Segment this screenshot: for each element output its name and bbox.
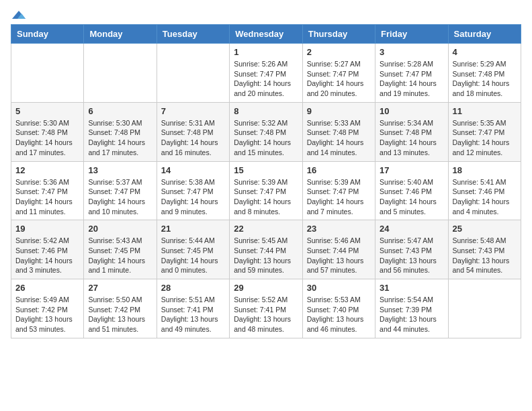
day-info: Sunrise: 5:28 AMSunset: 7:47 PMDaylight:… [380,59,443,99]
calendar-cell: 20Sunrise: 5:43 AMSunset: 7:45 PMDayligh… [84,220,157,279]
day-number: 18 [453,165,517,175]
col-header-saturday: Saturday [448,25,521,44]
day-number: 22 [234,224,298,234]
day-number: 2 [307,47,371,57]
calendar-week-row: 1Sunrise: 5:26 AMSunset: 7:47 PMDaylight… [11,44,521,103]
calendar-cell: 3Sunrise: 5:28 AMSunset: 7:47 PMDaylight… [375,44,448,103]
day-info: Sunrise: 5:45 AMSunset: 7:44 PMDaylight:… [234,236,298,275]
logo-text [11,11,27,17]
day-number: 10 [380,106,443,116]
day-number: 17 [380,165,443,175]
day-number: 15 [234,165,298,175]
calendar-cell: 29Sunrise: 5:52 AMSunset: 7:41 PMDayligh… [230,279,302,338]
day-number: 26 [15,283,79,293]
day-info: Sunrise: 5:42 AMSunset: 7:46 PMDaylight:… [15,236,79,275]
day-info: Sunrise: 5:50 AMSunset: 7:42 PMDaylight:… [88,295,152,334]
calendar-cell: 22Sunrise: 5:45 AMSunset: 7:44 PMDayligh… [230,220,302,279]
day-number: 3 [380,47,443,57]
day-number: 9 [307,106,371,116]
calendar-table: SundayMondayTuesdayWednesdayThursdayFrid… [11,24,521,338]
calendar-cell: 27Sunrise: 5:50 AMSunset: 7:42 PMDayligh… [84,279,157,338]
day-number: 29 [234,283,298,293]
day-info: Sunrise: 5:32 AMSunset: 7:48 PMDaylight:… [234,118,298,158]
day-info: Sunrise: 5:51 AMSunset: 7:41 PMDaylight:… [161,295,225,334]
calendar-cell: 31Sunrise: 5:54 AMSunset: 7:39 PMDayligh… [375,279,448,338]
day-info: Sunrise: 5:31 AMSunset: 7:48 PMDaylight:… [161,118,225,158]
day-number: 8 [234,106,298,116]
day-info: Sunrise: 5:47 AMSunset: 7:43 PMDaylight:… [380,236,443,275]
calendar-cell: 12Sunrise: 5:36 AMSunset: 7:47 PMDayligh… [11,161,84,220]
day-number: 25 [453,224,517,234]
day-number: 28 [161,283,225,293]
day-info: Sunrise: 5:41 AMSunset: 7:46 PMDaylight:… [453,177,517,217]
calendar-cell: 24Sunrise: 5:47 AMSunset: 7:43 PMDayligh… [375,220,448,279]
calendar-cell: 21Sunrise: 5:44 AMSunset: 7:45 PMDayligh… [157,220,229,279]
calendar-cell: 16Sunrise: 5:39 AMSunset: 7:47 PMDayligh… [302,161,375,220]
day-info: Sunrise: 5:44 AMSunset: 7:45 PMDaylight:… [161,236,225,275]
day-info: Sunrise: 5:48 AMSunset: 7:43 PMDaylight:… [453,236,517,275]
day-number: 21 [161,224,225,234]
col-header-thursday: Thursday [302,25,375,44]
day-info: Sunrise: 5:29 AMSunset: 7:48 PMDaylight:… [453,59,517,99]
calendar-cell [11,44,84,103]
day-number: 31 [380,283,443,293]
day-number: 7 [161,106,225,116]
calendar-cell: 8Sunrise: 5:32 AMSunset: 7:48 PMDaylight… [230,102,302,161]
calendar-cell: 18Sunrise: 5:41 AMSunset: 7:46 PMDayligh… [448,161,521,220]
calendar-cell: 1Sunrise: 5:26 AMSunset: 7:47 PMDaylight… [230,44,302,103]
day-number: 5 [15,106,79,116]
day-info: Sunrise: 5:52 AMSunset: 7:41 PMDaylight:… [234,295,298,334]
day-number: 24 [380,224,443,234]
day-info: Sunrise: 5:40 AMSunset: 7:46 PMDaylight:… [380,177,443,217]
col-header-monday: Monday [84,25,157,44]
calendar-cell: 14Sunrise: 5:38 AMSunset: 7:47 PMDayligh… [157,161,229,220]
calendar-cell: 9Sunrise: 5:33 AMSunset: 7:48 PMDaylight… [302,102,375,161]
day-info: Sunrise: 5:49 AMSunset: 7:42 PMDaylight:… [15,295,79,334]
day-number: 11 [453,106,517,116]
calendar-week-row: 5Sunrise: 5:30 AMSunset: 7:48 PMDaylight… [11,102,521,161]
day-number: 27 [88,283,152,293]
day-number: 20 [88,224,152,234]
calendar-cell: 6Sunrise: 5:30 AMSunset: 7:48 PMDaylight… [84,102,157,161]
calendar-week-row: 12Sunrise: 5:36 AMSunset: 7:47 PMDayligh… [11,161,521,220]
col-header-tuesday: Tuesday [157,25,229,44]
col-header-sunday: Sunday [11,25,84,44]
calendar-cell: 26Sunrise: 5:49 AMSunset: 7:42 PMDayligh… [11,279,84,338]
day-info: Sunrise: 5:30 AMSunset: 7:48 PMDaylight:… [88,118,152,158]
day-number: 13 [88,165,152,175]
day-info: Sunrise: 5:35 AMSunset: 7:47 PMDaylight:… [453,118,517,158]
day-number: 23 [307,224,371,234]
calendar-cell: 11Sunrise: 5:35 AMSunset: 7:47 PMDayligh… [448,102,521,161]
day-info: Sunrise: 5:38 AMSunset: 7:47 PMDaylight:… [161,177,225,217]
calendar-cell: 2Sunrise: 5:27 AMSunset: 7:47 PMDaylight… [302,44,375,103]
day-info: Sunrise: 5:33 AMSunset: 7:48 PMDaylight:… [307,118,371,158]
calendar-week-row: 26Sunrise: 5:49 AMSunset: 7:42 PMDayligh… [11,279,521,338]
day-info: Sunrise: 5:39 AMSunset: 7:47 PMDaylight:… [307,177,371,217]
calendar-cell: 7Sunrise: 5:31 AMSunset: 7:48 PMDaylight… [157,102,229,161]
calendar-cell [157,44,229,103]
day-info: Sunrise: 5:46 AMSunset: 7:44 PMDaylight:… [307,236,371,275]
col-header-friday: Friday [375,25,448,44]
day-info: Sunrise: 5:43 AMSunset: 7:45 PMDaylight:… [88,236,152,275]
calendar-cell: 23Sunrise: 5:46 AMSunset: 7:44 PMDayligh… [302,220,375,279]
calendar-cell: 17Sunrise: 5:40 AMSunset: 7:46 PMDayligh… [375,161,448,220]
day-info: Sunrise: 5:26 AMSunset: 7:47 PMDaylight:… [234,59,298,99]
day-number: 1 [234,47,298,57]
calendar-cell: 10Sunrise: 5:34 AMSunset: 7:48 PMDayligh… [375,102,448,161]
day-info: Sunrise: 5:54 AMSunset: 7:39 PMDaylight:… [380,295,443,334]
page-header [11,11,521,17]
day-info: Sunrise: 5:39 AMSunset: 7:47 PMDaylight:… [234,177,298,217]
day-info: Sunrise: 5:36 AMSunset: 7:47 PMDaylight:… [15,177,79,217]
calendar-cell: 15Sunrise: 5:39 AMSunset: 7:47 PMDayligh… [230,161,302,220]
day-info: Sunrise: 5:37 AMSunset: 7:47 PMDaylight:… [88,177,152,217]
calendar-cell: 19Sunrise: 5:42 AMSunset: 7:46 PMDayligh… [11,220,84,279]
day-number: 12 [15,165,79,175]
col-header-wednesday: Wednesday [230,25,302,44]
day-number: 19 [15,224,79,234]
calendar-week-row: 19Sunrise: 5:42 AMSunset: 7:46 PMDayligh… [11,220,521,279]
day-number: 30 [307,283,371,293]
day-info: Sunrise: 5:34 AMSunset: 7:48 PMDaylight:… [380,118,443,158]
logo-icon [12,9,27,20]
calendar-cell: 13Sunrise: 5:37 AMSunset: 7:47 PMDayligh… [84,161,157,220]
day-number: 6 [88,106,152,116]
